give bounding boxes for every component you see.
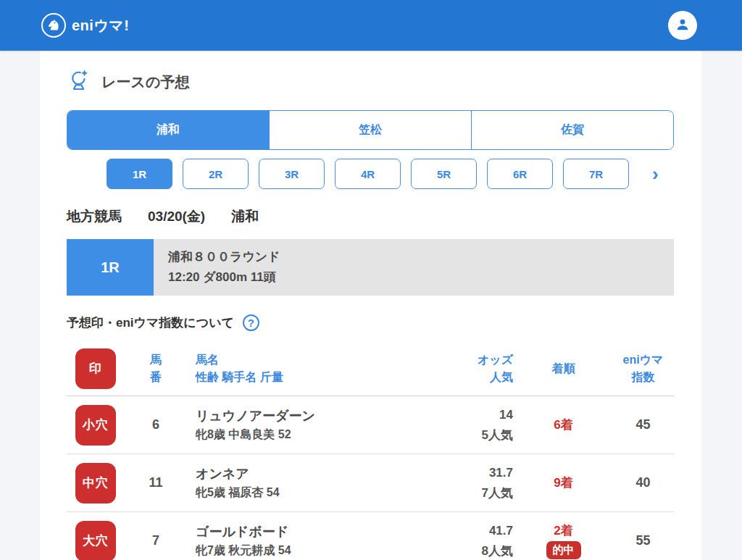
header-horse-number-line1: 馬 — [125, 351, 187, 369]
header-index-line1: eniウマ — [612, 351, 674, 369]
header-finish: 着順 — [514, 360, 612, 377]
app-header: eniウマ! — [0, 0, 742, 51]
table-row[interactable]: 小穴 6 リュウノアーダーン 牝8歳 中島良美 52 14 5人気 6着 45 — [67, 396, 674, 454]
finish-position: 6着 — [514, 417, 612, 434]
horse-head-icon — [41, 13, 66, 38]
race-number-bar: 1R 2R 3R 4R 5R 6R 7R › — [107, 159, 674, 189]
race-meta-date: 03/20(金) — [148, 207, 205, 226]
index-value: 40 — [612, 475, 674, 490]
race-meta: 地方競馬 03/20(金) 浦和 — [67, 207, 674, 226]
horse-number: 6 — [125, 417, 187, 432]
horse-detail: 牝7歳 秋元耕成 54 — [196, 542, 442, 559]
logo-text: eniウマ! — [72, 16, 130, 35]
mark-cell: 小穴 — [67, 405, 125, 446]
race-banner-body: 浦和８００ラウンド 12:20 ダ800m 11頭 — [154, 239, 674, 296]
page-title: レースの予想 — [101, 72, 189, 92]
person-icon — [674, 16, 691, 35]
race-tab-7r[interactable]: 7R — [563, 159, 629, 189]
finish-cell: 9着 — [514, 475, 612, 492]
logo[interactable]: eniウマ! — [41, 13, 130, 38]
finish-position: 9着 — [514, 475, 612, 492]
odds-value: 14 — [442, 405, 513, 425]
race-banner-name: 浦和８００ラウンド — [168, 248, 674, 267]
race-banner[interactable]: 1R 浦和８００ラウンド 12:20 ダ800m 11頭 — [67, 239, 674, 296]
odds-cell: 31.7 7人気 — [442, 463, 514, 502]
race-meta-venue: 浦和 — [231, 207, 259, 226]
horse-number: 7 — [125, 533, 187, 548]
race-tab-6r[interactable]: 6R — [487, 159, 553, 189]
header-horse-name: 馬名 性齢 騎手名 斤量 — [187, 351, 442, 386]
horse-name-cell: リュウノアーダーン 牝8歳 中島良美 52 — [187, 406, 442, 443]
header-odds-line1: オッズ — [442, 351, 513, 369]
venue-tab-urawa[interactable]: 浦和 — [67, 111, 269, 149]
finish-cell: 6着 — [514, 417, 612, 434]
popularity-value: 5人気 — [442, 425, 513, 445]
venue-tab-bar: 浦和 笠松 佐賀 — [67, 110, 674, 150]
horse-name-cell: ゴールドボード 牝7歳 秋元耕成 54 — [187, 522, 442, 559]
mark-badge: 大穴 — [75, 521, 116, 560]
page-title-row: レースの予想 — [67, 69, 674, 95]
mark-badge: 中穴 — [75, 463, 116, 503]
header-horse-name-line1: 馬名 — [196, 351, 442, 369]
hit-badge: 的中 — [546, 541, 581, 559]
odds-value: 31.7 — [442, 463, 513, 482]
finish-position: 2着 — [514, 522, 612, 540]
odds-cell: 41.7 8人気 — [442, 521, 514, 560]
mark-header-badge: 印 — [75, 348, 116, 389]
header-mark: 印 — [67, 348, 125, 389]
horse-name-cell: オンネア 牝5歳 福原杏 54 — [187, 464, 442, 501]
table-row[interactable]: 中穴 11 オンネア 牝5歳 福原杏 54 31.7 7人気 9着 40 — [67, 454, 674, 512]
crystal-ball-icon — [68, 69, 90, 95]
horse-name: オンネア — [196, 464, 442, 484]
race-meta-category: 地方競馬 — [67, 207, 122, 226]
popularity-value: 8人気 — [442, 541, 513, 560]
popularity-value: 7人気 — [442, 483, 513, 503]
horse-detail: 牝8歳 中島良美 52 — [196, 426, 442, 443]
venue-tab-kasamatsu[interactable]: 笠松 — [269, 111, 471, 149]
race-tab-5r[interactable]: 5R — [411, 159, 477, 189]
race-tab-4r[interactable]: 4R — [335, 159, 401, 189]
race-tab-3r[interactable]: 3R — [259, 159, 325, 189]
mark-badge: 小穴 — [75, 405, 116, 446]
index-value: 45 — [612, 417, 674, 432]
horse-detail: 牝5歳 福原杏 54 — [196, 484, 442, 501]
race-tab-2r[interactable]: 2R — [183, 159, 249, 189]
table-header-row: 印 馬 番 馬名 性齢 騎手名 斤量 オッズ 人気 着順 eniウマ 指数 — [67, 341, 674, 396]
race-banner-number: 1R — [67, 239, 154, 296]
venue-tab-saga[interactable]: 佐賀 — [471, 111, 673, 149]
help-icon[interactable]: ? — [243, 314, 259, 331]
index-value: 55 — [612, 533, 674, 548]
horse-number: 11 — [125, 475, 187, 490]
horse-name: ゴールドボード — [196, 522, 442, 542]
header-index-line2: 指数 — [612, 369, 674, 386]
header-index: eniウマ 指数 — [612, 351, 674, 386]
odds-cell: 14 5人気 — [442, 405, 514, 444]
finish-cell: 2着 的中 — [514, 522, 612, 559]
race-banner-details: 12:20 ダ800m 11頭 — [168, 269, 674, 287]
odds-value: 41.7 — [442, 521, 513, 540]
mark-cell: 中穴 — [67, 463, 125, 503]
prediction-table: 印 馬 番 馬名 性齢 騎手名 斤量 オッズ 人気 着順 eniウマ 指数 — [67, 341, 674, 560]
chevron-right-icon[interactable]: › — [648, 164, 663, 183]
legend-row: 予想印・eniウマ指数について ? — [67, 314, 674, 331]
legend-label: 予想印・eniウマ指数について — [67, 314, 234, 331]
header-horse-number-line2: 番 — [125, 369, 187, 386]
user-avatar-button[interactable] — [668, 11, 697, 40]
table-row[interactable]: 大穴 7 ゴールドボード 牝7歳 秋元耕成 54 41.7 8人気 2着 的中 … — [67, 512, 674, 560]
header-horse-number: 馬 番 — [125, 351, 187, 386]
race-tab-1r[interactable]: 1R — [107, 159, 172, 189]
header-odds: オッズ 人気 — [442, 351, 514, 386]
mark-cell: 大穴 — [67, 521, 125, 560]
horse-name: リュウノアーダーン — [196, 406, 442, 426]
main-card: レースの予想 浦和 笠松 佐賀 1R 2R 3R 4R 5R 6R 7R › 地… — [40, 51, 701, 560]
header-odds-line2: 人気 — [442, 369, 513, 386]
header-horse-name-line2: 性齢 騎手名 斤量 — [196, 369, 442, 386]
